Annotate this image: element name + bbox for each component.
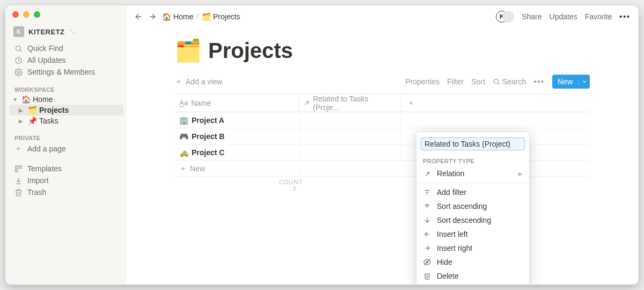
close-window-button[interactable]	[12, 11, 19, 18]
plus-icon: ＋	[179, 164, 187, 173]
clock-icon	[13, 56, 23, 64]
workspace-switcher[interactable]: K KITERETZ ⌃⌄	[9, 24, 123, 39]
count-label: COUNT	[279, 179, 303, 185]
templates-button[interactable]: Templates	[9, 163, 123, 175]
updown-icon: ⌃⌄	[69, 29, 74, 35]
row-icon: 🚕	[179, 148, 188, 157]
svg-line-10	[498, 83, 500, 85]
breadcrumb-item-home[interactable]: 🏠 Home	[162, 12, 193, 21]
workspace-avatar: K	[13, 26, 24, 37]
guest-avatar	[502, 11, 514, 23]
filter-button[interactable]: Filter	[447, 77, 464, 86]
menu-label: Delete	[437, 272, 523, 280]
sidebar-item-projects[interactable]: ▶ 🗂️ Projects	[9, 105, 123, 115]
row-icon: 🏢	[179, 116, 188, 125]
favorite-button[interactable]: Favorite	[585, 12, 612, 21]
menu-label: Insert right	[437, 244, 523, 252]
hide-button[interactable]: Hide	[416, 255, 529, 269]
add-page-label: Add a page	[27, 144, 66, 153]
trash-label: Trash	[27, 188, 46, 197]
topbar: 🏠 Home / 🗂️ Projects K Share Updates Fav…	[127, 6, 638, 27]
property-type-header: PROPERTY TYPE	[416, 153, 529, 166]
search-button[interactable]: Search	[493, 77, 526, 86]
add-filter-button[interactable]: Add filter	[416, 185, 529, 199]
app-window: K KITERETZ ⌃⌄ Quick Find All Updates Set…	[5, 5, 639, 285]
menu-label: Insert left	[437, 230, 523, 238]
add-column-button[interactable]: ＋	[401, 94, 421, 112]
arrow-left-icon	[423, 230, 431, 238]
private-section-header: PRIVATE	[9, 134, 123, 142]
import-button[interactable]: Import	[9, 175, 123, 186]
workspace-name: KITERETZ	[28, 28, 65, 36]
sidebar-item-label: Projects	[39, 106, 69, 114]
settings-button[interactable]: Settings & Members	[9, 66, 123, 78]
pin-icon: 📌	[27, 117, 37, 125]
cell-relation[interactable]	[299, 112, 401, 128]
gear-icon	[13, 68, 23, 76]
table-header: A̲а Name ↗ Related to Tasks (Proje... ＋	[175, 94, 590, 112]
sidebar: K KITERETZ ⌃⌄ Quick Find All Updates Set…	[6, 6, 127, 284]
updates-button[interactable]: Updates	[550, 12, 577, 21]
quick-find-button[interactable]: Quick Find	[9, 42, 123, 54]
column-header-name[interactable]: A̲а Name	[175, 94, 299, 112]
trash-button[interactable]: Trash	[9, 186, 123, 198]
sort-descending-button[interactable]: Sort descending	[416, 213, 529, 227]
sidebar-item-tasks[interactable]: ▶ 📌 Tasks	[9, 115, 123, 126]
page-icon[interactable]: 🗂️	[175, 38, 202, 63]
search-label: Search	[502, 77, 526, 86]
property-type-label: Relation	[437, 169, 513, 178]
sort-button[interactable]: Sort	[471, 77, 485, 86]
cell-relation[interactable]	[299, 144, 401, 160]
triangle-right-icon: ▶	[518, 171, 523, 177]
trash-icon	[13, 189, 23, 197]
row-title: Project B	[192, 132, 224, 141]
add-view-label: Add a view	[186, 77, 222, 86]
view-more-icon[interactable]: •••	[533, 77, 545, 86]
insert-right-button[interactable]: Insert right	[416, 241, 529, 255]
back-button[interactable]	[134, 12, 143, 21]
forward-button[interactable]	[148, 12, 157, 21]
new-button[interactable]: New	[552, 75, 590, 89]
menu-label: Hide	[437, 258, 523, 266]
page-title-row: 🗂️ Projects	[175, 38, 590, 63]
settings-label: Settings & Members	[27, 68, 95, 76]
trash-icon	[423, 272, 431, 280]
svg-rect-4	[15, 165, 17, 168]
page-content: 🗂️ Projects ＋ Add a view Properties Filt…	[127, 27, 638, 284]
window-controls	[12, 11, 40, 18]
add-view-button[interactable]: ＋ Add a view	[175, 77, 222, 86]
breadcrumb-item-projects[interactable]: 🗂️ Projects	[202, 12, 240, 21]
all-updates-label: All Updates	[27, 56, 66, 64]
share-button[interactable]: Share	[522, 12, 541, 21]
menu-separator	[416, 183, 529, 183]
text-property-icon: A̲а	[179, 99, 188, 107]
properties-button[interactable]: Properties	[405, 77, 440, 86]
column-menu-popover: PROPERTY TYPE ↗ Relation ▶ Add filter So…	[416, 132, 529, 285]
import-label: Import	[27, 176, 49, 185]
table-row[interactable]: 🏢Project A	[175, 112, 590, 128]
arrow-right-icon	[423, 244, 431, 252]
plus-icon: ＋	[407, 98, 415, 108]
property-name-input[interactable]	[421, 137, 525, 150]
new-row-label: New	[190, 164, 205, 173]
insert-left-button[interactable]: Insert left	[416, 227, 529, 241]
plus-icon: ＋	[175, 77, 182, 86]
maximize-window-button[interactable]	[34, 11, 40, 18]
all-updates-button[interactable]: All Updates	[9, 54, 123, 66]
svg-point-3	[17, 71, 19, 73]
delete-button[interactable]: Delete	[416, 269, 529, 283]
column-header-relation[interactable]: ↗ Related to Tasks (Proje...	[299, 94, 401, 112]
sidebar-item-home[interactable]: ▼ 🏠 Home	[9, 94, 123, 105]
column-label: Related to Tasks (Proje...	[313, 95, 397, 112]
property-type-button[interactable]: ↗ Relation ▶	[416, 166, 529, 180]
page-title[interactable]: Projects	[208, 39, 293, 63]
add-page-button[interactable]: ＋ Add a page	[9, 142, 123, 155]
cell-relation[interactable]	[299, 128, 401, 144]
minimize-window-button[interactable]	[23, 11, 30, 18]
chevron-down-icon[interactable]	[578, 79, 590, 84]
menu-label: Sort descending	[437, 216, 523, 224]
sort-ascending-button[interactable]: Sort ascending	[416, 199, 529, 213]
triangle-down-icon: ▼	[12, 97, 19, 103]
filter-icon	[423, 189, 431, 196]
more-icon[interactable]: •••	[619, 12, 631, 21]
